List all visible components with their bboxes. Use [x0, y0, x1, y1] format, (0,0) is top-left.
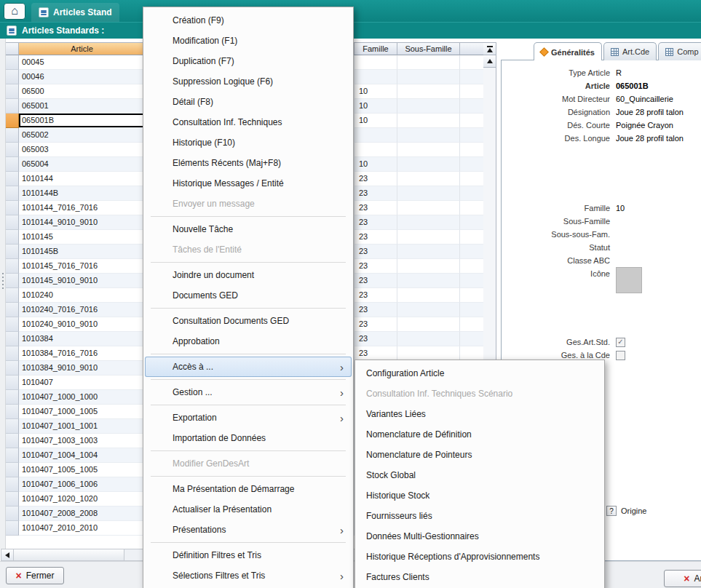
row-selector-cell[interactable]: [6, 274, 19, 288]
field-label: Type Article: [502, 68, 616, 77]
help-button[interactable]: ?: [606, 506, 617, 516]
scroll-left-button[interactable]: [1, 549, 14, 560]
menu-item-approbation[interactable]: Approbation: [145, 331, 352, 351]
menu-item-nouvelle-tache[interactable]: Nouvelle Tâche: [145, 219, 352, 239]
menu-item-ma-presentation-de-demarrage[interactable]: Ma Présentation de Démarrage: [145, 479, 352, 499]
row-selector-cell[interactable]: [6, 215, 19, 230]
submenu-item-stock-global[interactable]: Stock Global: [357, 465, 603, 485]
tab-comp[interactable]: Comp: [658, 42, 701, 60]
field-row-des-courte: Dés. CourtePoignée Crayon: [502, 119, 701, 132]
article-cell: 1010407_1000_1005: [19, 405, 146, 419]
row-selector-cell[interactable]: [6, 463, 19, 477]
column-header-article[interactable]: Article: [19, 42, 146, 55]
row-selector-cell[interactable]: [6, 84, 19, 99]
column-header-famille[interactable]: Famille: [355, 42, 397, 55]
row-selector-cell[interactable]: [6, 259, 19, 274]
scroll-up-button[interactable]: [483, 55, 496, 68]
row-selector-cell[interactable]: [6, 506, 19, 521]
checkbox-ges-a-la-cde[interactable]: [616, 351, 625, 360]
hscroll-thumb[interactable]: [14, 549, 124, 560]
annuler-button[interactable]: × Ann: [664, 570, 701, 587]
menu-item-historique-messages-entite[interactable]: Historique Messages / Entité: [145, 173, 352, 194]
submenu-item-historique-receptions-d-approvisionnements[interactable]: Historique Réceptions d'Approvisionnemen…: [357, 547, 603, 567]
submenu-item-donnees-multi-gestionnaires[interactable]: Données Multi-Gestionnaires: [357, 526, 603, 547]
field-row-des-longue: Des. LongueJoue 28 profil talon: [502, 132, 701, 145]
row-selector-cell[interactable]: [6, 114, 19, 128]
submenu-item-nomenclature-de-pointeurs[interactable]: Nomenclature de Pointeurs: [357, 445, 603, 465]
tab-generalites[interactable]: Généralités: [534, 42, 602, 60]
menu-item-modification-f1[interactable]: Modification (F1): [145, 31, 352, 51]
menu-item-actualiser-la-presentation[interactable]: Actualiser la Présentation: [145, 499, 352, 520]
scroll-to-top-button[interactable]: [483, 43, 496, 55]
article-cell: 1010384_9010_9010: [19, 361, 146, 376]
menu-item-detail-f8[interactable]: Détail (F8): [145, 92, 352, 112]
menu-item-historique-f10[interactable]: Historique (F10): [145, 132, 352, 153]
fermer-button[interactable]: × Fermer: [6, 567, 64, 584]
field-row-sous-famille: Sous-Famille: [502, 215, 701, 228]
row-selector-cell[interactable]: [6, 230, 19, 245]
submenu-item-consultation-inf-techniques-scenario[interactable]: Consultation Inf. Techniques Scénario: [357, 384, 603, 404]
row-selector-cell[interactable]: [6, 99, 19, 114]
row-selector-cell[interactable]: [6, 434, 19, 448]
row-selector-cell[interactable]: [6, 448, 19, 463]
menu-item-documents-ged[interactable]: Documents GED: [145, 285, 352, 306]
row-selector-cell[interactable]: [6, 390, 19, 405]
row-selector-cell[interactable]: [6, 361, 19, 376]
field-label: Icône: [502, 267, 616, 279]
row-selector-cell[interactable]: [6, 245, 19, 259]
splitter-handle[interactable]: [0, 39, 6, 549]
menu-item-taches-de-l-entite[interactable]: Tâches de l'Entité: [145, 239, 352, 260]
article-cell: 065003: [19, 143, 146, 157]
home-button[interactable]: ⌂: [4, 3, 25, 20]
submenu-item-factures-clients[interactable]: Factures Clients: [357, 567, 603, 587]
menu-item-presentations[interactable]: Présentations›: [145, 520, 352, 540]
menu-item-duplication-f7[interactable]: Duplication (F7): [145, 51, 352, 71]
row-selector-cell[interactable]: [6, 405, 19, 419]
menu-item-acces-a[interactable]: Accès à ...›: [145, 357, 352, 377]
row-selector-cell[interactable]: [6, 376, 19, 390]
tab-art-cde[interactable]: Art.Cde: [603, 42, 657, 60]
menu-item-consultation-documents-ged[interactable]: Consultation Documents GED: [145, 311, 352, 331]
menu-item-modifier-gendesart[interactable]: Modifier GenDesArt: [145, 453, 352, 474]
submenu-item-historique-stock[interactable]: Historique Stock: [357, 485, 603, 506]
submenu-item-configuration-article[interactable]: Configuration Article: [357, 363, 603, 384]
menu-item-exportation[interactable]: Exportation›: [145, 408, 352, 428]
menu-item-importation-de-donnees[interactable]: Importation de Données: [145, 428, 352, 448]
row-selector-cell[interactable]: [6, 157, 19, 172]
row-selector-cell[interactable]: [6, 55, 19, 70]
row-selector-cell[interactable]: [6, 477, 19, 492]
row-selector-cell[interactable]: [6, 186, 19, 201]
menu-item-gestion[interactable]: Gestion ...›: [145, 382, 352, 402]
row-selector-cell[interactable]: [6, 143, 19, 157]
row-selector-cell[interactable]: [6, 70, 19, 84]
menu-item-definition-filtres-et-tris[interactable]: Définition Filtres et Tris: [145, 545, 352, 565]
row-selector-cell[interactable]: [6, 128, 19, 143]
row-selector-cell[interactable]: [6, 346, 19, 361]
row-selector-cell[interactable]: [6, 288, 19, 303]
menu-item-elements-recents-maj-f8[interactable]: Eléments Récents (Maj+F8): [145, 153, 352, 173]
row-selector-cell[interactable]: [6, 303, 19, 317]
column-header-sous-famille[interactable]: Sous-Famille: [397, 42, 460, 55]
row-selector-cell[interactable]: [6, 419, 19, 434]
row-selector-cell[interactable]: [6, 492, 19, 506]
row-selector-cell[interactable]: [6, 201, 19, 215]
menu-item-envoyer-un-message[interactable]: Envoyer un message: [145, 194, 352, 214]
checkbox-ges-art-std[interactable]: ✓: [616, 338, 625, 347]
menu-item-creation-f9[interactable]: Création (F9): [145, 10, 352, 31]
row-selector-cell[interactable]: [6, 521, 19, 536]
row-selector-cell[interactable]: [6, 317, 19, 332]
row-selector-cell[interactable]: [6, 172, 19, 186]
sous-famille-cell: [397, 274, 460, 288]
sous-famille-cell: [397, 186, 460, 201]
menu-item-joindre-un-document[interactable]: Joindre un document: [145, 265, 352, 285]
menu-item-label: Gestion ...: [173, 387, 213, 397]
menu-item-suppression-logique-f6[interactable]: Suppression Logique (F6): [145, 71, 352, 92]
menu-item-selections-filtres-et-tris[interactable]: Sélections Filtres et Tris›: [145, 565, 352, 586]
app-tab-articles-standards[interactable]: Articles Stand: [31, 3, 119, 22]
row-selector-cell[interactable]: [6, 332, 19, 346]
submenu-item-variantes-liees[interactable]: Variantes Liées: [357, 404, 603, 424]
menu-item-consultation-inf-techniques[interactable]: Consultation Inf. Techniques: [145, 112, 352, 132]
submenu-item-nomenclature-de-definition[interactable]: Nomenclature de Définition: [357, 424, 603, 445]
column-header-filler: [460, 42, 483, 55]
submenu-item-fournisseurs-lies[interactable]: Fournisseurs liés: [357, 506, 603, 526]
